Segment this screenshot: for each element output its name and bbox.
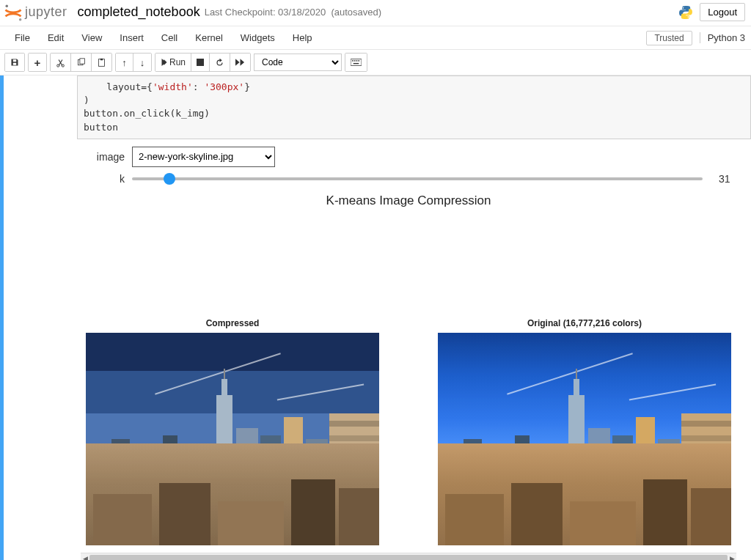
jupyter-brand-text: jupyter [25,4,67,20]
arrow-up-icon: ↑ [122,57,127,68]
svg-rect-7 [80,58,85,63]
notebook-name[interactable]: completed_notebook [78,4,200,20]
original-title: Original (16,777,216 colors) [438,318,731,328]
logout-button[interactable]: Logout [700,3,745,21]
trusted-indicator[interactable]: Trusted [646,31,692,45]
play-icon [161,59,167,66]
plus-icon: + [34,56,41,69]
command-palette-button[interactable] [345,54,367,71]
compressed-plot: Compressed [86,318,379,545]
run-button[interactable]: Run [155,54,191,71]
restart-icon [215,58,224,67]
image-label: image [81,151,125,163]
output-cell: image 2-new-york-skyline.jpg k 31 K-mean… [0,139,751,560]
notebook-header: jupyter completed_notebook Last Checkpoi… [0,0,751,26]
code-cell[interactable]: layout={'width': '300px'} ) button.on_cl… [0,75,751,139]
code-tok: ) [84,95,89,106]
cell-prompt [4,75,77,139]
cell-type-select[interactable]: Code [254,54,342,71]
svg-rect-14 [356,60,358,61]
menubar: File Edit View Insert Cell Kernel Widget… [0,26,751,50]
svg-rect-12 [352,60,353,61]
plot-row: Compressed [81,318,736,545]
kernel-indicator[interactable]: Python 3 [700,32,745,43]
code-tok: } [244,81,250,92]
code-editor[interactable]: layout={'width': '300px'} ) button.on_cl… [77,75,751,139]
code-tok: '300px' [204,81,244,92]
svg-rect-9 [100,58,103,59]
save-button[interactable] [5,54,24,71]
menu-insert[interactable]: Insert [111,28,153,48]
svg-rect-13 [354,60,356,61]
restart-run-all-button[interactable] [230,54,250,71]
code-tok: 'width' [153,81,193,92]
code-tok: : [193,81,205,92]
checkpoint-time: Last Checkpoint: 03/18/2020 [205,7,326,18]
autosave-text: (autosaved) [331,7,381,18]
code-tok: button.on_click(k_img) [84,108,210,119]
stop-icon [197,59,204,66]
restart-button[interactable] [210,54,230,71]
paste-icon [97,58,106,67]
k-slider[interactable] [132,177,703,180]
paste-button[interactable] [92,54,111,71]
k-value: 31 [719,173,736,185]
menu-kernel[interactable]: Kernel [186,28,232,48]
svg-point-3 [688,16,689,18]
move-up-button[interactable]: ↑ [116,54,133,71]
original-image [438,333,731,545]
svg-rect-11 [351,59,362,65]
interrupt-button[interactable] [191,54,210,71]
copy-button[interactable] [71,54,92,71]
notebook-area[interactable]: layout={'width': '300px'} ) button.on_cl… [0,75,751,560]
scroll-left-icon[interactable]: ◀ [81,553,89,560]
insert-cell-button[interactable]: + [29,54,46,71]
code-tok: layout={ [84,81,153,92]
menu-edit[interactable]: Edit [39,28,73,48]
fast-forward-icon [235,59,245,66]
arrow-down-icon: ↓ [140,57,145,68]
slider-thumb-icon[interactable] [164,173,175,185]
svg-point-2 [683,7,684,8]
jupyter-logo[interactable]: jupyter [3,2,78,23]
image-select[interactable]: 2-new-york-skyline.jpg [132,147,275,167]
copy-icon [76,58,86,67]
k-label: k [81,173,125,185]
cut-button[interactable] [51,54,71,71]
menu-file[interactable]: File [6,28,39,48]
k-widget-row: k 31 [81,173,736,185]
menu-widgets[interactable]: Widgets [232,28,284,48]
svg-rect-15 [358,60,359,61]
menu-cell[interactable]: Cell [153,28,186,48]
svg-point-1 [19,18,22,21]
save-icon [10,58,19,67]
svg-point-0 [6,4,9,7]
keyboard-icon [351,59,362,66]
menu-view[interactable]: View [73,28,111,48]
scroll-right-icon[interactable]: ▶ [728,553,736,560]
run-label: Run [169,57,186,67]
svg-rect-10 [197,59,204,66]
compressed-title: Compressed [86,318,379,328]
scrollbar-thumb[interactable] [89,555,728,560]
plot-title: K-means Image Compression [81,194,736,208]
jupyter-icon [3,2,23,23]
output-area: image 2-new-york-skyline.jpg k 31 K-mean… [4,139,751,560]
menu-help[interactable]: Help [284,28,321,48]
code-tok: button [84,122,118,133]
original-plot: Original (16,777,216 colors) [438,318,731,545]
scissors-icon [56,58,65,67]
checkpoint-text: Last Checkpoint: 03/18/2020 (autosaved) [205,7,381,18]
compressed-image [86,333,379,545]
output-hscrollbar[interactable]: ◀ ▶ [81,553,736,560]
toolbar: + ↑ ↓ Run [0,50,751,75]
image-widget-row: image 2-new-york-skyline.jpg [81,147,736,167]
svg-rect-16 [353,63,359,64]
python-icon [678,4,694,21]
move-down-button[interactable]: ↓ [133,54,151,71]
